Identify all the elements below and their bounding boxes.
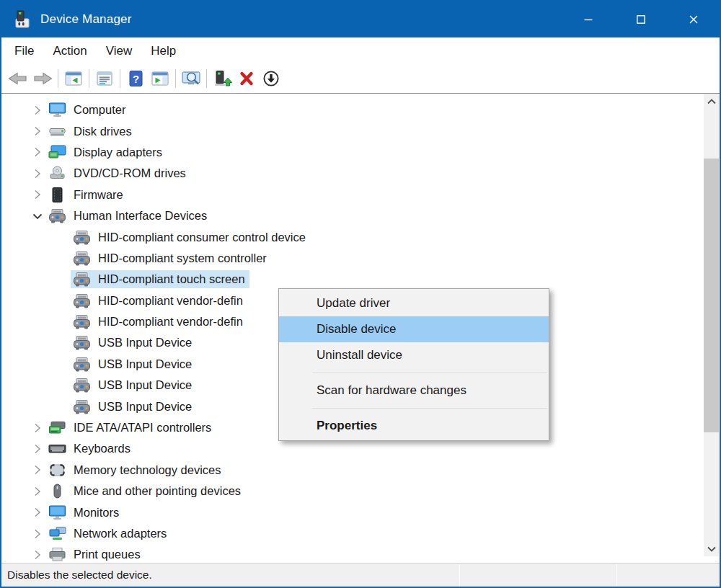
scan-hardware-icon bbox=[180, 70, 202, 87]
show-console-tree-toolbar-button[interactable] bbox=[61, 67, 86, 90]
disable-circle-icon bbox=[260, 70, 282, 87]
hid-gamepad-icon bbox=[72, 229, 92, 246]
tree-item-label: HID-compliant consumer control device bbox=[98, 231, 306, 244]
hid-gamepad-icon bbox=[72, 313, 92, 330]
statusbar: Disables the selected device. bbox=[1, 563, 720, 587]
scroll-up-button[interactable] bbox=[704, 94, 719, 109]
scan-for-hardware-changes-toolbar-button[interactable] bbox=[179, 67, 203, 90]
tree-item[interactable]: Mice and other pointing devices bbox=[1, 481, 720, 502]
titlebar: Device Manager bbox=[1, 1, 720, 37]
display-adapter-icon bbox=[48, 144, 67, 161]
statusbar-divider bbox=[459, 564, 460, 586]
toolbar-separator bbox=[206, 69, 207, 88]
tree-item-content: HID-compliant vendor-defin bbox=[71, 313, 247, 331]
network-icon bbox=[48, 525, 67, 542]
uninstall-device-toolbar-button[interactable] bbox=[234, 67, 259, 90]
chevron-placeholder bbox=[53, 398, 71, 415]
ide-controller-icon bbox=[48, 419, 67, 436]
tree-item[interactable]: HID-compliant system controller bbox=[1, 248, 720, 269]
dvd-drive-icon bbox=[48, 165, 67, 182]
tree-item[interactable]: Keyboards bbox=[1, 438, 720, 459]
device-manager-app-icon[interactable] bbox=[13, 9, 32, 30]
minimize-button[interactable] bbox=[562, 1, 614, 37]
show-action-pane-toolbar-button[interactable] bbox=[148, 67, 172, 90]
tree-item-label: Monitors bbox=[74, 506, 119, 520]
tree-item[interactable]: Firmware bbox=[1, 184, 720, 205]
menubar-item-file[interactable]: File bbox=[5, 37, 43, 64]
menubar-item-help[interactable]: Help bbox=[141, 37, 185, 64]
hid-gamepad-icon bbox=[72, 250, 92, 267]
scrollbar-thumb[interactable] bbox=[704, 159, 719, 432]
minimize-icon bbox=[583, 14, 593, 24]
tree-item-content: Keyboards bbox=[46, 440, 135, 458]
close-icon bbox=[689, 14, 699, 24]
tree-item[interactable]: Print queues bbox=[1, 544, 720, 563]
tree-item-content: Computer bbox=[46, 101, 130, 119]
chevron-placeholder bbox=[53, 228, 71, 246]
context-menu-item-disable-device[interactable]: Disable device bbox=[279, 316, 549, 342]
tree-item[interactable]: HID-compliant consumer control device bbox=[1, 226, 720, 247]
tree-item-content: DVD/CD-ROM drives bbox=[46, 164, 190, 182]
context-menu-item-properties[interactable]: Properties bbox=[279, 413, 549, 439]
tree-item[interactable]: Disk drives bbox=[1, 120, 720, 141]
forward-toolbar-button[interactable] bbox=[30, 67, 55, 90]
tree-item[interactable]: HID-compliant touch screen bbox=[1, 269, 720, 290]
tree-item-content: USB Input Device bbox=[71, 334, 196, 352]
chevron-down-icon[interactable] bbox=[29, 208, 46, 225]
close-button[interactable] bbox=[667, 1, 720, 37]
tree-item[interactable]: Network adapters bbox=[1, 523, 720, 544]
properties-window-icon bbox=[94, 70, 115, 87]
memory-card-icon bbox=[48, 462, 67, 478]
scroll-down-button[interactable] bbox=[704, 541, 719, 556]
tree-item-content: Display adapters bbox=[46, 143, 167, 161]
chevron-placeholder bbox=[53, 249, 71, 267]
vertical-scrollbar[interactable] bbox=[704, 94, 719, 556]
maximize-icon bbox=[636, 14, 646, 24]
back-toolbar-button[interactable] bbox=[6, 67, 30, 90]
chevron-right-icon[interactable] bbox=[29, 102, 46, 119]
keyboard-icon bbox=[48, 440, 67, 457]
chevron-right-icon[interactable] bbox=[29, 440, 46, 458]
tree-item[interactable]: Monitors bbox=[1, 502, 720, 522]
computer-icon bbox=[48, 102, 67, 118]
chevron-right-icon[interactable] bbox=[29, 122, 46, 140]
update-driver-toolbar-button[interactable] bbox=[210, 67, 234, 90]
tree-item-content: HID-compliant consumer control device bbox=[71, 228, 310, 246]
tree-item[interactable]: DVD/CD-ROM drives bbox=[1, 163, 720, 184]
disable-device-toolbar-button[interactable] bbox=[259, 67, 283, 90]
maximize-button[interactable] bbox=[614, 1, 667, 37]
chevron-placeholder bbox=[53, 377, 71, 394]
context-menu-item-uninstall-device[interactable]: Uninstall device bbox=[279, 342, 549, 368]
context-menu-item-scan-for-hardware-changes[interactable]: Scan for hardware changes bbox=[279, 378, 549, 404]
chevron-right-icon[interactable] bbox=[29, 504, 46, 521]
toolbar-separator bbox=[175, 69, 176, 88]
tree-item[interactable]: Human Interface Devices bbox=[1, 205, 720, 226]
tree-item-content: Monitors bbox=[46, 504, 123, 522]
hid-gamepad-icon bbox=[72, 293, 92, 309]
tree-item[interactable]: Memory technology devices bbox=[1, 460, 720, 481]
tree-item[interactable]: Computer bbox=[1, 99, 720, 120]
help-toolbar-button[interactable]: ? bbox=[123, 67, 148, 90]
tree-item-content: Human Interface Devices bbox=[46, 207, 211, 225]
chevron-up-icon bbox=[707, 99, 716, 104]
chevron-right-icon[interactable] bbox=[29, 186, 46, 203]
chevron-right-icon[interactable] bbox=[29, 419, 46, 437]
context-menu-item-update-driver[interactable]: Update driver bbox=[279, 290, 549, 316]
hid-gamepad-icon bbox=[72, 377, 92, 393]
chevron-right-icon[interactable] bbox=[29, 461, 46, 478]
chevron-right-icon[interactable] bbox=[29, 165, 46, 182]
tree-item-label: Network adapters bbox=[74, 527, 167, 540]
menubar-item-action[interactable]: Action bbox=[43, 37, 96, 64]
tree-item[interactable]: Display adapters bbox=[1, 142, 720, 163]
chevron-right-icon[interactable] bbox=[29, 143, 46, 161]
chevron-right-icon[interactable] bbox=[29, 546, 46, 563]
tree-item-content: USB Input Device bbox=[71, 398, 196, 416]
toolbar-separator bbox=[58, 69, 58, 88]
menubar-item-view[interactable]: View bbox=[97, 37, 142, 64]
hid-gamepad-icon bbox=[72, 398, 92, 415]
chevron-right-icon[interactable] bbox=[29, 483, 46, 500]
properties-toolbar-button[interactable] bbox=[92, 67, 117, 90]
chevron-right-icon[interactable] bbox=[29, 525, 46, 543]
tree-item-content: USB Input Device bbox=[71, 355, 196, 373]
window-controls bbox=[562, 1, 720, 37]
